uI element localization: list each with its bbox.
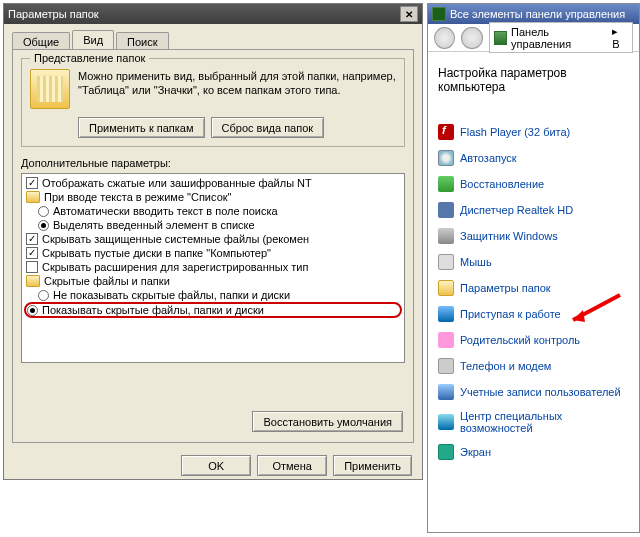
cp-item-restore[interactable]: Восстановление: [438, 176, 629, 192]
reset-folders-button[interactable]: Сброс вида папок: [211, 117, 325, 138]
tree-item-compressed[interactable]: ✓Отображать сжатые или зашифрованные фай…: [24, 176, 402, 190]
cp-item-folder-options[interactable]: Параметры папок: [438, 280, 629, 296]
cp-item-parental[interactable]: Родительский контроль: [438, 332, 629, 348]
disc-icon: [438, 150, 454, 166]
cp-item-flash[interactable]: Flash Player (32 бита): [438, 124, 629, 140]
cp-item-defender[interactable]: Защитник Windows: [438, 228, 629, 244]
tree-item-dont-show-hidden[interactable]: Не показывать скрытые файлы, папки и дис…: [24, 288, 402, 302]
view-tab-pane: Представление папок Можно применить вид,…: [12, 49, 414, 443]
family-icon: [438, 332, 454, 348]
advanced-settings-label: Дополнительные параметры:: [21, 157, 405, 169]
cp-body: Настройка параметров компьютера Flash Pl…: [428, 52, 639, 474]
tab-search[interactable]: Поиск: [116, 32, 168, 49]
checkbox-icon[interactable]: ✓: [26, 247, 38, 259]
accessibility-icon: [438, 414, 454, 430]
dialog-titlebar[interactable]: Параметры папок ✕: [4, 4, 422, 24]
checkbox-icon[interactable]: [26, 261, 38, 273]
folder-icon: [30, 69, 70, 109]
tab-general[interactable]: Общие: [12, 32, 70, 49]
restore-icon: [438, 176, 454, 192]
folder-views-group: Представление папок Можно применить вид,…: [21, 58, 405, 147]
cp-item-autorun[interactable]: Автозапуск: [438, 150, 629, 166]
radio-icon[interactable]: [38, 206, 49, 217]
radio-icon[interactable]: [27, 305, 38, 316]
cp-heading: Настройка параметров компьютера: [438, 66, 629, 94]
apply-to-folders-button[interactable]: Применить к папкам: [78, 117, 205, 138]
checkbox-icon[interactable]: ✓: [26, 177, 38, 189]
tab-strip: Общие Вид Поиск: [4, 24, 422, 49]
tree-item-select-typed[interactable]: Выделять введенный элемент в списке: [24, 218, 402, 232]
cp-item-mouse[interactable]: Мышь: [438, 254, 629, 270]
close-icon[interactable]: ✕: [400, 6, 418, 22]
tab-view[interactable]: Вид: [72, 30, 114, 49]
control-panel-icon: [494, 31, 508, 45]
tree-group-hidden: Скрытые файлы и папки: [24, 274, 402, 288]
ok-button[interactable]: OK: [181, 455, 251, 476]
cp-title-text: Все элементы панели управления: [450, 8, 625, 20]
tree-item-show-hidden[interactable]: Показывать скрытые файлы, папки и диски: [24, 302, 402, 318]
nav-back-button[interactable]: [434, 27, 455, 49]
cp-item-getting-started[interactable]: Приступая к работе: [438, 306, 629, 322]
cp-item-accessibility[interactable]: Центр специальных возможностей: [438, 410, 629, 434]
dialog-button-row: OK Отмена Применить: [4, 451, 422, 486]
cp-items-list: Flash Player (32 бита) Автозапуск Восста…: [438, 124, 629, 460]
nav-forward-button[interactable]: [461, 27, 482, 49]
dialog-title: Параметры папок: [8, 8, 400, 20]
folder-icon: [26, 191, 40, 203]
apply-button[interactable]: Применить: [333, 455, 412, 476]
cp-item-display[interactable]: Экран: [438, 444, 629, 460]
restore-defaults-button[interactable]: Восстановить умолчания: [252, 411, 403, 432]
breadcrumb[interactable]: Панель управления ▸ В: [489, 22, 633, 53]
mouse-icon: [438, 254, 454, 270]
cp-item-realtek[interactable]: Диспетчер Realtek HD: [438, 202, 629, 218]
radio-icon[interactable]: [38, 220, 49, 231]
group-legend: Представление папок: [30, 52, 149, 64]
shield-icon: [438, 228, 454, 244]
cp-toolbar: Панель управления ▸ В: [428, 24, 639, 52]
control-panel-icon: [432, 7, 446, 21]
start-icon: [438, 306, 454, 322]
tree-item-hide-empty-drives[interactable]: ✓Скрывать пустые диски в папке "Компьюте…: [24, 246, 402, 260]
folder-options-dialog: Параметры папок ✕ Общие Вид Поиск Предст…: [3, 3, 423, 480]
flash-icon: [438, 124, 454, 140]
cancel-button[interactable]: Отмена: [257, 455, 327, 476]
control-panel-window: Все элементы панели управления Панель уп…: [427, 3, 640, 533]
advanced-settings-tree[interactable]: ✓Отображать сжатые или зашифрованные фай…: [21, 173, 405, 363]
cp-titlebar[interactable]: Все элементы панели управления: [428, 4, 639, 24]
users-icon: [438, 384, 454, 400]
radio-icon[interactable]: [38, 290, 49, 301]
folder-icon: [438, 280, 454, 296]
tree-item-auto-search[interactable]: Автоматически вводить текст в поле поиск…: [24, 204, 402, 218]
tree-item-hide-extensions[interactable]: Скрывать расширения для зарегистрированн…: [24, 260, 402, 274]
cp-item-users[interactable]: Учетные записи пользователей: [438, 384, 629, 400]
cp-item-phone[interactable]: Телефон и модем: [438, 358, 629, 374]
tree-item-hide-protected[interactable]: ✓Скрывать защищенные системные файлы (ре…: [24, 232, 402, 246]
phone-icon: [438, 358, 454, 374]
tree-group-typing: При вводе текста в режиме "Список": [24, 190, 402, 204]
group-description: Можно применить вид, выбранный для этой …: [78, 69, 396, 98]
checkbox-icon[interactable]: ✓: [26, 233, 38, 245]
audio-icon: [438, 202, 454, 218]
display-icon: [438, 444, 454, 460]
folder-icon: [26, 275, 40, 287]
